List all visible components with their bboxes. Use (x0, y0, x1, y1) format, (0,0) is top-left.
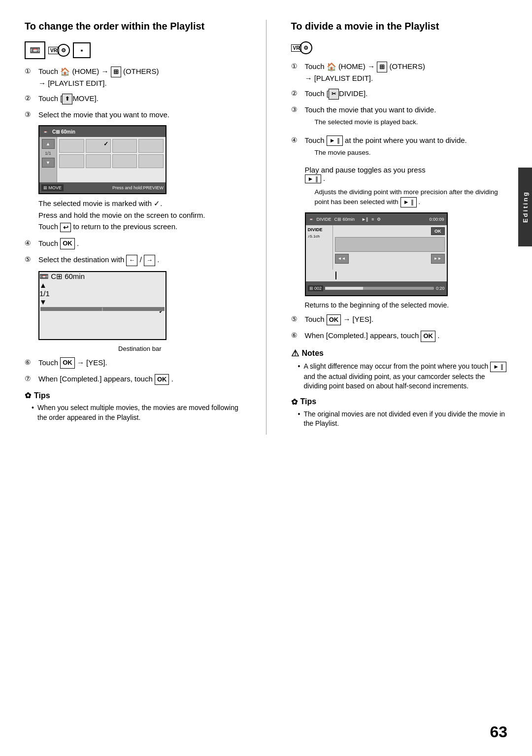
right-column: To divide a movie in the Playlist VR ⚙ ①… (291, 20, 508, 435)
r-step-3-sub: The selected movie is played back. (315, 117, 508, 127)
step-7-content: When [Completed.] appears, touch OK . (38, 374, 241, 385)
notes-label-right: Notes (302, 349, 324, 358)
divide-screen-bottombar: ⊞ 002 0:20 (306, 281, 447, 295)
screen-1-body: ▲ 1/1 ▼ ✓ (39, 137, 166, 182)
notes-icon-right: ⚠ (291, 348, 299, 359)
play-pause-icon-4: ► ‖ (327, 136, 343, 146)
ds-tape-icon: 📼 (308, 217, 314, 222)
right-step-2: ② Touch [✂DIVIDE]. (291, 88, 508, 100)
s2-clip-5 (39, 312, 166, 324)
tips-icon-right: ✿ (291, 397, 298, 407)
s2-scroll-down[interactable]: ▼ (39, 298, 166, 306)
screen-1-tape-icon: 📼 (42, 129, 48, 135)
r-step-1-home-label: (HOME) → (338, 62, 375, 70)
home-icon-left-1: 🏠 (60, 66, 70, 77)
step-1-home-label: (HOME) → (72, 67, 108, 75)
screen-2-sidebar: ▲ 1/1 ▼ (39, 281, 166, 306)
r-step-5-text: Touch (305, 315, 327, 323)
ds-divide-label2: DIVIDE (308, 227, 331, 232)
r-step-2-text: Touch [ (305, 89, 329, 98)
right-tip-1: The original movies are not divided even… (298, 410, 508, 429)
r-step-2-divide: DIVIDE]. (339, 89, 367, 98)
ds-nav-left[interactable]: ◄◄ (335, 254, 349, 264)
r-step-1-num: ① (291, 61, 302, 71)
ok-box-6: OK (60, 357, 75, 369)
step-5-num: ⑤ (25, 254, 35, 264)
screen-2: 📼 C⊞ 60min ▲ 1/1 ▼ (38, 271, 166, 340)
press-hold-text: Press and hold the movie on the screen t… (38, 211, 205, 219)
tape-symbol: 📼 (30, 45, 40, 56)
ds-settings: ⚙ (377, 217, 381, 222)
s2-scroll-up[interactable]: ▲ (39, 281, 166, 289)
step-3-text: Select the movie that you want to move. (38, 110, 169, 119)
return-note: Touch ↩ to return to the previous screen… (38, 222, 241, 232)
ds-pp: ►‖ (362, 217, 368, 222)
right-tips-title: ✿ Tips (291, 397, 508, 407)
r-step-4-sub: The movie pauses. (315, 148, 508, 158)
left-column: To change the order within the Playlist … (25, 20, 241, 435)
tips-label-left: Tips (34, 391, 50, 400)
clip-2: ✓ (86, 139, 111, 153)
step-4-text: Touch (38, 239, 60, 247)
clip-4 (138, 139, 164, 153)
step-6-text: Touch (38, 358, 60, 367)
ds-divide-label: DIVIDE (317, 217, 332, 222)
ds-ok-btn[interactable]: OK (431, 227, 445, 235)
screen-1-container: 📼 C⊞ 60min ▲ 1/1 ▼ (38, 125, 241, 194)
screen-1-capacity: C⊞ 60min (52, 129, 75, 135)
left-tip-1: When you select multiple movies, the mov… (32, 403, 241, 422)
right-tips-list: The original movies are not divided even… (291, 410, 508, 429)
others-icon-right-1: ⊞ (377, 62, 387, 73)
ds-nav-right[interactable]: ►► (431, 254, 445, 264)
right-section-title: To divide a movie in the Playlist (291, 20, 508, 33)
return-text: Touch (38, 222, 60, 231)
left-step-1: ① Touch 🏠 (HOME) → ⊞ (OTHERS) → [PLAYLIS… (25, 66, 241, 88)
divide-screen-topbar: 📼 DIVIDE C⊞ 60min ►‖ ≡ ⚙ 0:00:09 (306, 213, 447, 225)
right-note-1-text: A slight difference may occur from the p… (304, 362, 491, 370)
left-tips-list: When you select multiple movies, the mov… (25, 403, 241, 422)
r-step-5-arrow: → [YES]. (343, 315, 373, 323)
step-6-num: ⑥ (25, 357, 35, 367)
checkmark: ✓ (103, 140, 108, 147)
pp-suffix: . (323, 174, 325, 182)
left-step-3: ③ Select the movie that you want to move… (25, 109, 241, 120)
r-step-3-text: Touch the movie that you want to divide. (305, 105, 436, 114)
step-5-slash: / (140, 255, 142, 264)
pp-text: Play and pause toggles as you press (305, 166, 426, 174)
dest-bar-label: Destination bar (38, 345, 241, 352)
divide-screen-body: DIVIDE ♪S.1ch OK (306, 225, 447, 270)
page: Editing To change the order within the P… (0, 0, 532, 756)
r-step-4-content: Touch ► ‖ at the point where you want to… (305, 135, 508, 161)
ds-main: OK ◄◄ ►► (333, 225, 447, 270)
step-6-arrow: → [YES]. (77, 358, 107, 367)
ds-left-panel: DIVIDE ♪S.1ch (306, 225, 333, 270)
screen-1-topbar: 📼 C⊞ 60min (39, 126, 166, 137)
screen-2-tape: 📼 (39, 272, 49, 280)
scroll-down-btn[interactable]: ▼ (42, 158, 55, 168)
vr-badge-right: VR ⚙ (291, 41, 313, 54)
r-step-1-playlist: → [PLAYLIST EDIT]. (305, 74, 373, 82)
return-icon: ↩ (60, 223, 71, 232)
step-4-num: ④ (25, 238, 35, 248)
r-step-2-content: Touch [✂DIVIDE]. (305, 88, 508, 100)
r-step-6-text: When [Completed.] appears, touch (305, 331, 421, 340)
step-2-move: MOVE]. (72, 94, 99, 103)
step-4-content: Touch OK . (38, 238, 241, 249)
left-step-5: ⑤ Select the destination with ← / → . (25, 254, 241, 266)
step-2-num: ② (25, 93, 35, 103)
square-symbol: ▪ (80, 46, 83, 54)
step-5-content: Select the destination with ← / → . (38, 254, 241, 266)
ds-filmstrip (335, 237, 445, 252)
step-5-text: Select the destination with (38, 255, 126, 264)
clip-7 (112, 154, 137, 168)
preview-label: Press and hold:PREVIEW (112, 185, 164, 190)
scroll-up-btn[interactable]: ▲ (42, 139, 55, 149)
divide-screen-container: 📼 DIVIDE C⊞ 60min ►‖ ≡ ⚙ 0:00:09 DIVIDE (305, 212, 508, 296)
play-pause-icon-note: ► ‖ (305, 174, 321, 183)
step-1-playlist: → [PLAYLIST EDIT]. (38, 79, 107, 87)
step-7-suffix: . (171, 375, 173, 383)
r-step-1-touch: Touch (305, 62, 327, 70)
note-pp-icon: ► ‖ (490, 362, 506, 372)
right-step-1: ① Touch 🏠 (HOME) → ⊞ (OTHERS) → [PLAYLIS… (291, 61, 508, 83)
r-step-6-num: ⑥ (291, 330, 302, 340)
